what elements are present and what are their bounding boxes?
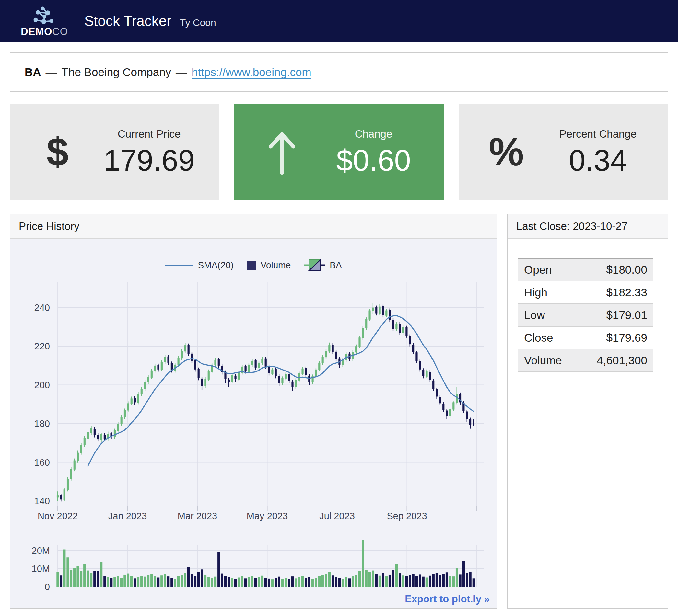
svg-text:Mar 2023: Mar 2023 [178, 511, 217, 522]
page-subtitle: Ty Coon [180, 17, 216, 28]
svg-text:20M: 20M [32, 545, 50, 556]
row-value: $179.69 [578, 326, 653, 349]
row-label: Close [518, 326, 578, 349]
price-chart[interactable]: 240220200180160140Nov 2022Jan 2023Mar 20… [10, 239, 497, 608]
svg-text:Sep 2023: Sep 2023 [387, 511, 427, 522]
change-label: Change [355, 128, 392, 140]
molecule-logo-icon [33, 6, 55, 26]
last-close-header: Last Close: 2023-10-27 [508, 214, 668, 239]
svg-text:May 2023: May 2023 [247, 511, 288, 522]
row-value: 4,601,300 [578, 349, 653, 372]
logo-wordmark: DEMOCO [21, 27, 68, 37]
percent-change-label: Percent Change [559, 128, 637, 140]
svg-text:0: 0 [45, 582, 50, 592]
row-value: $179.01 [578, 304, 653, 326]
svg-text:10M: 10M [32, 564, 50, 574]
export-plotly-link[interactable]: Export to plot.ly » [405, 593, 490, 605]
percent-change-card: % Percent Change 0.34 [459, 104, 668, 200]
table-row-high: High $182.33 [518, 281, 653, 304]
company-name: The Boeing Company [62, 66, 172, 79]
row-label: Open [518, 258, 578, 281]
last-close-panel: Last Close: 2023-10-27 Open $180.00 High… [507, 214, 668, 609]
main-content-row: Price History 240220200180160140Nov 2022… [10, 214, 668, 609]
price-chart-area[interactable]: 240220200180160140Nov 2022Jan 2023Mar 20… [10, 239, 497, 608]
svg-text:Jul 2023: Jul 2023 [319, 511, 355, 522]
current-price-card: $ Current Price 179.69 [10, 104, 219, 200]
arrow-up-icon [264, 128, 300, 176]
current-price-value: 179.69 [103, 145, 194, 176]
last-close-body: Open $180.00 High $182.33 Low $179.01 Cl… [508, 239, 668, 608]
svg-text:140: 140 [34, 496, 50, 506]
svg-text:180: 180 [34, 418, 50, 429]
company-url-link[interactable]: https://www.boeing.com [192, 66, 311, 79]
change-value: $0.60 [336, 145, 411, 176]
page-title: Stock Tracker [84, 13, 172, 29]
percent-change-value: 0.34 [569, 145, 627, 176]
table-row-close: Close $179.69 [518, 326, 653, 349]
company-info-bar: BA — The Boeing Company — https://www.bo… [10, 52, 668, 92]
logo-text-primary: DEMO [21, 26, 52, 37]
ohlc-table: Open $180.00 High $182.33 Low $179.01 Cl… [518, 258, 653, 372]
current-price-label: Current Price [118, 128, 181, 140]
percent-icon: % [489, 132, 524, 172]
separator: — [176, 66, 187, 79]
logo-text-secondary: CO [52, 26, 68, 37]
row-label: High [518, 281, 578, 304]
svg-text:220: 220 [34, 341, 50, 352]
table-row-low: Low $179.01 [518, 304, 653, 326]
row-label: Volume [518, 349, 578, 372]
app-header: DEMOCO Stock Tracker Ty Coon [0, 0, 678, 42]
separator: — [46, 66, 57, 79]
price-history-header: Price History [10, 214, 497, 239]
change-card: Change $0.60 [234, 104, 444, 200]
logo: DEMOCO [23, 6, 66, 37]
table-row-open: Open $180.00 [518, 258, 653, 281]
ticker-symbol: BA [25, 66, 41, 79]
svg-text:Jan 2023: Jan 2023 [108, 511, 147, 522]
price-history-panel: Price History 240220200180160140Nov 2022… [10, 214, 497, 609]
dollar-icon: $ [47, 132, 69, 172]
row-label: Low [518, 304, 578, 326]
table-row-volume: Volume 4,601,300 [518, 349, 653, 372]
stat-cards-row: $ Current Price 179.69 Change $0.60 % Pe… [10, 104, 668, 200]
svg-text:160: 160 [34, 457, 50, 468]
svg-text:Nov 2022: Nov 2022 [38, 511, 78, 522]
row-value: $180.00 [578, 258, 653, 281]
row-value: $182.33 [578, 281, 653, 304]
svg-text:200: 200 [34, 380, 50, 390]
svg-text:240: 240 [34, 302, 50, 313]
